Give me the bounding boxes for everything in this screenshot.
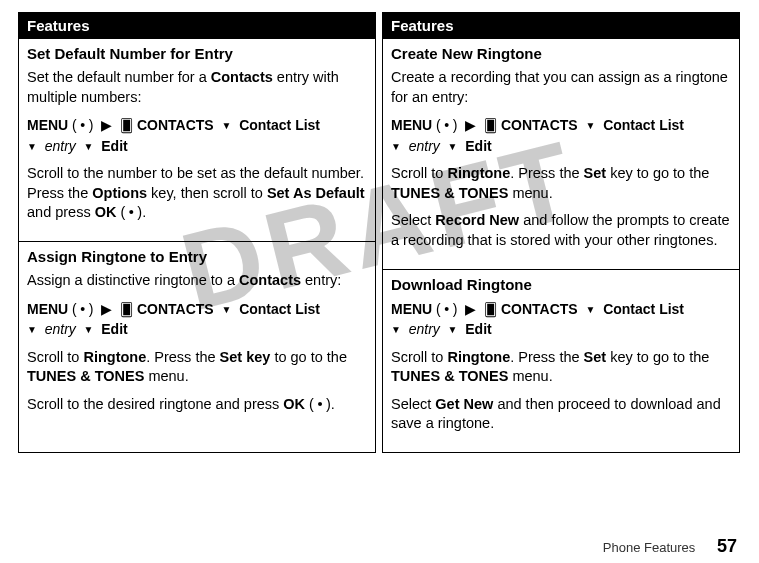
page-number: 57 [717, 536, 737, 556]
footer-label: Phone Features [603, 540, 696, 555]
right-column: Features Create New Ringtone Create a re… [382, 12, 740, 453]
section-body: Scroll to Ringtone. Press the Set key to… [391, 164, 731, 203]
bold-term: OK [283, 396, 305, 412]
bold-term: Set [584, 349, 607, 365]
section-set-default-number: Set Default Number for Entry Set the def… [19, 38, 375, 241]
text: ). [137, 204, 146, 220]
arrow-down-icon: ▼ [27, 323, 37, 338]
text: ( [116, 204, 125, 220]
menu-path: MENU (•) ▶ 🂠 CONTACTS ▼ Contact List ▼ e… [391, 115, 731, 156]
contact-list-label: Contact List [603, 117, 684, 133]
section-title: Download Ringtone [391, 276, 731, 293]
arrow-right-icon: ▶ [465, 299, 476, 319]
arrow-down-icon: ▼ [448, 323, 458, 338]
center-key-icon: • [441, 115, 453, 135]
section-body: Scroll to the number to be set as the de… [27, 164, 367, 223]
edit-label: Edit [101, 138, 127, 154]
bold-term: Ringtone [447, 165, 510, 181]
bold-term: TUNES & TONES [391, 185, 508, 201]
bold-term: Set As Default [267, 185, 365, 201]
contacts-label: CONTACTS [501, 117, 578, 133]
arrow-down-icon: ▼ [221, 119, 231, 134]
text: Scroll to [391, 349, 447, 365]
entry-label: entry [45, 321, 76, 337]
contacts-label: CONTACTS [501, 301, 578, 317]
arrow-right-icon: ▶ [465, 115, 476, 135]
section-title: Set Default Number for Entry [27, 45, 367, 62]
section-download-ringtone: Download Ringtone MENU (•) ▶ 🂠 CONTACTS … [383, 269, 739, 452]
menu-path: MENU (•) ▶ 🂠 CONTACTS ▼ Contact List ▼ e… [27, 299, 367, 340]
section-create-ringtone: Create New Ringtone Create a recording t… [383, 38, 739, 269]
contacts-icon: 🂠 [484, 301, 497, 320]
bold-term: Set [584, 165, 607, 181]
section-body: Select Get New and then proceed to downl… [391, 395, 731, 434]
section-intro: Set the default number for a Contacts en… [27, 68, 367, 107]
contact-list-label: Contact List [603, 301, 684, 317]
text: Scroll to [391, 165, 447, 181]
bold-term: TUNES & TONES [27, 368, 144, 384]
text: Scroll to [27, 349, 83, 365]
arrow-right-icon: ▶ [101, 299, 112, 319]
text: ( [305, 396, 314, 412]
bold-term: Get New [435, 396, 493, 412]
entry-label: entry [409, 138, 440, 154]
section-title: Assign Ringtone to Entry [27, 248, 367, 265]
menu-label: MENU [27, 117, 68, 133]
left-column: Features Set Default Number for Entry Se… [18, 12, 376, 453]
arrow-down-icon: ▼ [585, 303, 595, 318]
contact-list-label: Contact List [239, 117, 320, 133]
center-key-icon: • [125, 203, 137, 223]
edit-label: Edit [465, 321, 491, 337]
text: Scroll to the desired ringtone and press [27, 396, 283, 412]
edit-label: Edit [465, 138, 491, 154]
text: ). [326, 396, 335, 412]
center-key-icon: • [314, 395, 326, 415]
text: . Press the [510, 349, 583, 365]
arrow-down-icon: ▼ [84, 140, 94, 155]
text: Set the default number for a [27, 69, 211, 85]
contacts-icon: 🂠 [120, 117, 133, 136]
entry-label: entry [45, 138, 76, 154]
arrow-down-icon: ▼ [84, 323, 94, 338]
section-body: Scroll to the desired ringtone and press… [27, 395, 367, 415]
text: menu. [508, 185, 552, 201]
section-intro: Assign a distinctive ringtone to a Conta… [27, 271, 367, 291]
text: menu. [508, 368, 552, 384]
menu-label: MENU [391, 301, 432, 317]
features-header-right: Features [383, 13, 739, 38]
bold-term: Ringtone [447, 349, 510, 365]
text: to go to the [270, 349, 347, 365]
contacts-label: CONTACTS [137, 301, 214, 317]
arrow-down-icon: ▼ [391, 140, 401, 155]
page-footer: Phone Features 57 [603, 536, 737, 557]
menu-label: MENU [391, 117, 432, 133]
bold-term: Contacts [239, 272, 301, 288]
text: and press [27, 204, 95, 220]
center-key-icon: • [77, 299, 89, 319]
arrow-down-icon: ▼ [585, 119, 595, 134]
contacts-icon: 🂠 [120, 301, 133, 320]
text: key to go to the [606, 349, 709, 365]
arrow-down-icon: ▼ [391, 323, 401, 338]
section-intro: Create a recording that you can assign a… [391, 68, 731, 107]
bold-term: Contacts [211, 69, 273, 85]
features-header-left: Features [19, 13, 375, 38]
menu-path: MENU (•) ▶ 🂠 CONTACTS ▼ Contact List ▼ e… [391, 299, 731, 340]
text: key to go to the [606, 165, 709, 181]
contact-list-label: Contact List [239, 301, 320, 317]
text: . Press the [146, 349, 219, 365]
contacts-label: CONTACTS [137, 117, 214, 133]
text: Assign a distinctive ringtone to a [27, 272, 239, 288]
center-key-icon: • [441, 299, 453, 319]
menu-label: MENU [27, 301, 68, 317]
contacts-icon: 🂠 [484, 117, 497, 136]
section-body: Select Record New and follow the prompts… [391, 211, 731, 250]
text: menu. [144, 368, 188, 384]
bold-term: Ringtone [83, 349, 146, 365]
arrow-down-icon: ▼ [448, 140, 458, 155]
text: . Press the [510, 165, 583, 181]
menu-path: MENU (•) ▶ 🂠 CONTACTS ▼ Contact List ▼ e… [27, 115, 367, 156]
text: Select [391, 396, 435, 412]
arrow-down-icon: ▼ [221, 303, 231, 318]
bold-term: TUNES & TONES [391, 368, 508, 384]
